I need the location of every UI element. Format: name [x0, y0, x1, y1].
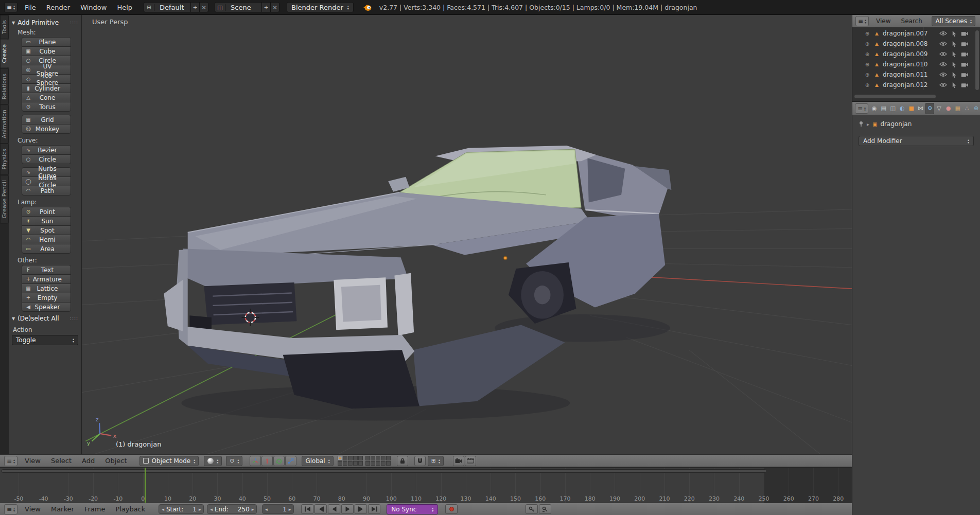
menu-marker[interactable]: Marker: [46, 505, 79, 513]
expand-icon[interactable]: ⊕: [864, 41, 871, 47]
decrement-arrow[interactable]: ◂: [265, 507, 268, 512]
shelf-tab-physics[interactable]: Physics: [0, 144, 9, 175]
insert-keyframe-button[interactable]: [526, 504, 538, 514]
tool-button-grid[interactable]: ▦Grid: [22, 115, 71, 125]
decrement-arrow[interactable]: ◂: [162, 507, 164, 512]
tool-button-point[interactable]: ⊙Point: [22, 207, 71, 217]
layer-toggle[interactable]: [365, 456, 370, 460]
layer-toggle[interactable]: [348, 456, 353, 460]
mode-select[interactable]: Object Mode ▴▾: [139, 456, 199, 466]
properties-tab-render-layers[interactable]: ▤: [879, 103, 888, 114]
outliner-item[interactable]: ⊕▲dragonjan.010: [852, 59, 980, 69]
pivot-center-select[interactable]: ⊙ ▴▾: [226, 456, 242, 466]
rotate-manipulator-button[interactable]: [273, 456, 285, 466]
add-scene-button[interactable]: +: [261, 3, 270, 12]
visibility-eye-icon[interactable]: [939, 51, 947, 57]
visibility-eye-icon[interactable]: [939, 41, 947, 46]
av-sync-select[interactable]: No Sync ▴▾: [387, 504, 438, 514]
lock-to-scene-button[interactable]: [397, 456, 408, 466]
record-button[interactable]: [445, 504, 458, 514]
outliner-item[interactable]: ⊕▲dragonjan.012: [852, 80, 980, 90]
layer-toggle[interactable]: [376, 456, 380, 460]
shelf-tab-create[interactable]: Create: [0, 39, 9, 68]
play-reverse-button[interactable]: [328, 504, 340, 514]
render-engine-select[interactable]: Blender Render ▴▾: [287, 2, 354, 12]
tool-button-torus[interactable]: ⊙Torus: [22, 102, 71, 112]
play-button[interactable]: [341, 504, 354, 514]
selectable-arrow-icon[interactable]: [952, 72, 956, 78]
tool-button-plane[interactable]: ▭Plane: [22, 37, 71, 47]
tool-button-spot[interactable]: ▼Spot: [22, 225, 71, 235]
visibility-eye-icon[interactable]: [939, 62, 947, 67]
deselect-all-panel-header[interactable]: ▼ (De)select All ::::: [12, 315, 78, 322]
scene-value[interactable]: Scene: [225, 4, 261, 11]
tool-button-empty[interactable]: +Empty: [22, 293, 71, 303]
properties-tab-texture[interactable]: ▦: [953, 103, 962, 114]
current-frame-line[interactable]: [145, 468, 146, 503]
menu-view[interactable]: View: [871, 17, 896, 25]
layer-toggle[interactable]: [353, 456, 358, 460]
menu-add[interactable]: Add: [77, 457, 100, 465]
menu-render[interactable]: Render: [41, 4, 75, 11]
decrement-arrow[interactable]: ◂: [210, 507, 213, 512]
remove-keyframe-button[interactable]: [539, 504, 551, 514]
collapse-triangle-icon[interactable]: ▼: [12, 21, 15, 25]
renderable-camera-icon[interactable]: [961, 62, 969, 67]
add-modifier-button[interactable]: Add Modifier ▴▾: [859, 136, 974, 146]
screen-layout-value[interactable]: Default: [154, 4, 190, 11]
translate-manipulator-button[interactable]: [261, 456, 273, 466]
properties-tab-object[interactable]: ■: [907, 103, 916, 114]
outliner-editor-type-button[interactable]: ≡▴▾: [855, 16, 869, 26]
jump-end-button[interactable]: [368, 504, 380, 514]
menu-playback[interactable]: Playback: [110, 505, 150, 513]
tool-button-ico-sphere[interactable]: ◇Ico Sphere: [22, 74, 71, 84]
manipulator-toggle-button[interactable]: [250, 456, 261, 466]
menu-help[interactable]: Help: [112, 4, 137, 11]
properties-tab-world[interactable]: ◐: [898, 103, 906, 114]
properties-tab-modifiers[interactable]: ⚙: [925, 103, 934, 114]
tool-button-monkey[interactable]: ☺Monkey: [22, 124, 71, 134]
layer-toggle[interactable]: [376, 461, 380, 466]
properties-tab-material[interactable]: ●: [944, 103, 953, 114]
timeline-hscroll[interactable]: [1, 469, 767, 473]
layer-toggle[interactable]: [381, 456, 386, 460]
shelf-tab-tools[interactable]: Tools: [0, 15, 9, 39]
properties-tab-object-data[interactable]: ▽: [935, 103, 943, 114]
delete-screen-layout-button[interactable]: ×: [199, 3, 208, 12]
outliner-item[interactable]: ⊕▲dragonjan.011: [852, 69, 980, 80]
selectable-arrow-icon[interactable]: [952, 30, 956, 37]
panel-drag-dots[interactable]: ::::: [70, 20, 78, 25]
opengl-render-anim-button[interactable]: [465, 456, 476, 466]
expand-icon[interactable]: ⊕: [864, 62, 871, 67]
increment-arrow[interactable]: ▸: [289, 507, 291, 512]
expand-icon[interactable]: ⊕: [864, 82, 871, 88]
tool-button-circle[interactable]: ○Circle: [22, 154, 71, 164]
add-screen-layout-button[interactable]: +: [190, 3, 199, 12]
selectable-arrow-icon[interactable]: [952, 41, 956, 47]
car-model[interactable]: [164, 146, 671, 409]
tool-button-area[interactable]: ▭Area: [22, 244, 71, 254]
properties-tab-physics[interactable]: ⊚: [972, 103, 980, 114]
tool-button-text[interactable]: FText: [22, 265, 71, 275]
scene-selector[interactable]: ◫ Scene + ×: [215, 2, 279, 12]
layer-toggle[interactable]: [358, 461, 363, 466]
selectable-arrow-icon[interactable]: [952, 82, 956, 88]
renderable-camera-icon[interactable]: [961, 82, 969, 87]
tool-button-speaker[interactable]: ◀Speaker: [22, 302, 71, 312]
properties-editor-type-button[interactable]: ≡▴▾: [855, 103, 868, 114]
renderable-camera-icon[interactable]: [961, 51, 969, 57]
menu-file[interactable]: File: [20, 4, 41, 11]
tool-button-hemi[interactable]: ◠Hemi: [22, 235, 71, 244]
collapse-triangle-icon[interactable]: ▼: [12, 316, 15, 321]
panel-drag-dots[interactable]: ::::: [70, 316, 78, 321]
layer-toggle[interactable]: [338, 456, 342, 460]
visibility-eye-icon[interactable]: [939, 82, 947, 87]
expand-icon[interactable]: ⊕: [864, 72, 871, 78]
expand-icon[interactable]: ⊕: [864, 51, 871, 57]
renderable-camera-icon[interactable]: [961, 41, 969, 46]
layer-toggle[interactable]: [353, 461, 358, 466]
increment-arrow[interactable]: ▸: [252, 507, 254, 512]
layer-toggle[interactable]: [343, 461, 347, 466]
delete-scene-button[interactable]: ×: [270, 3, 279, 12]
tool-button-cone[interactable]: △Cone: [22, 93, 71, 102]
